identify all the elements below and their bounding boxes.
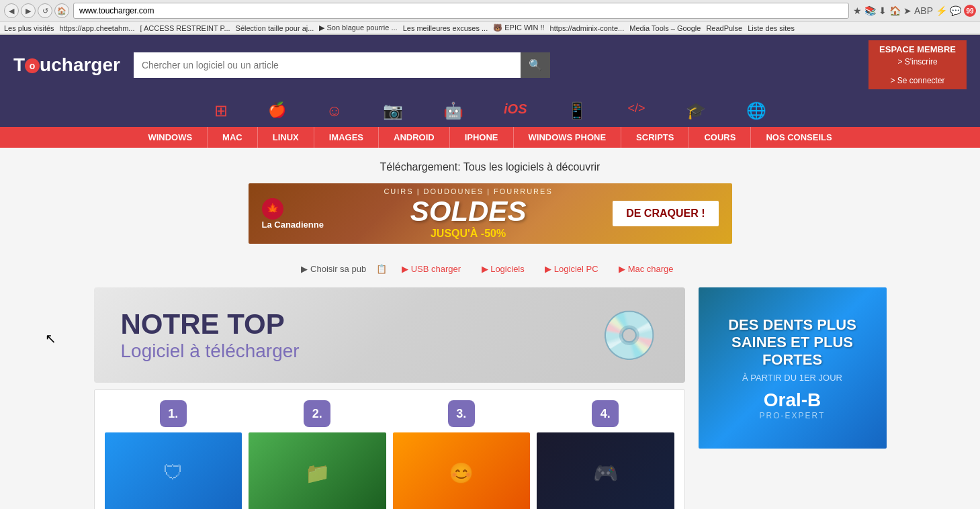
bookmarks-bar: Les plus visités https://app.cheetahm...… [0, 22, 980, 34]
extensions-icon[interactable]: ⚡ [936, 5, 947, 16]
bookmark-media-tools[interactable]: Media Tools – Google [629, 24, 701, 32]
bookmark-access-restreint[interactable]: [ ACCESS RESTREINT P... [140, 24, 230, 32]
search-input[interactable] [134, 52, 521, 78]
nav-icon-mac[interactable]: 🍎 [268, 101, 286, 120]
site-header: Toucharger 🔍 ESPACE MEMBRE > S'inscrire … [0, 35, 980, 95]
nav-images[interactable]: IMAGES [314, 127, 379, 148]
link-mac-charge[interactable]: ▶ Mac charge [619, 264, 674, 274]
share-icon[interactable]: ➤ [903, 5, 911, 16]
bookmark-liste-sites[interactable]: Liste des sites [748, 24, 795, 32]
bookmark-son-blague[interactable]: ▶ Son blague pourrie ... [319, 24, 397, 32]
links-bar: ▶ Choisir sa pub 📋 ▶ USB charger ▶ Logic… [94, 257, 887, 287]
software-item-2[interactable]: 2. 📁 [249, 400, 386, 509]
conseils-icon: 🌐 [746, 101, 766, 120]
nav-windows[interactable]: WINDOWS [133, 127, 208, 148]
hdd-graphic: 💿 [600, 308, 658, 363]
connecter-link[interactable]: > Se connecter [879, 76, 956, 85]
nav-icon-windows-phone[interactable]: 📱 [567, 101, 587, 120]
nav-icon-scripts[interactable]: </> [627, 101, 645, 120]
software-thumb-4: 🎮 [537, 432, 674, 509]
refresh-button[interactable]: ↺ [38, 3, 52, 18]
main-content: Téléchargement: Tous les logiciels à déc… [87, 148, 893, 509]
notre-top-title: NOTRE TOP [121, 308, 300, 340]
forward-button[interactable]: ▶ [21, 3, 36, 18]
nav-icon-android[interactable]: 🤖 [443, 101, 463, 120]
nav-iphone[interactable]: IPHONE [450, 127, 514, 148]
nav-icon-ios[interactable]: iOS [504, 101, 527, 120]
toolbar-icons: ★ 📚 ⬇ 🏠 ➤ ABP ⚡ 💬 99 [853, 5, 976, 17]
windows-phone-icon: 📱 [567, 101, 587, 120]
adblock-icon[interactable]: ABP [914, 5, 933, 16]
choisir-pub-label: ▶ Choisir sa pub [301, 264, 366, 274]
bookmark-star-icon[interactable]: ★ [853, 5, 862, 16]
software-grid: 1. 🛡 2. 📁 3. 😊 [94, 389, 685, 509]
oral-b-ad: DES DENTS PLUS SAINES ET PLUS FORTES À P… [712, 316, 873, 420]
bookmarks-icon[interactable]: 📚 [864, 5, 876, 16]
link-logiciel-pc[interactable]: ▶ Logiciel PC [545, 264, 598, 274]
ios-icon: iOS [504, 101, 527, 117]
scripts-icon: </> [627, 101, 645, 115]
link-usb-charger[interactable]: ▶ USB charger [402, 264, 461, 274]
software-item-1[interactable]: 1. 🛡 [105, 400, 242, 509]
ad-brand: La Canadienne [262, 220, 324, 230]
nav-buttons: ◀ ▶ ↺ 🏠 [4, 3, 69, 18]
search-bar: 🔍 [134, 52, 550, 78]
link-logiciels[interactable]: ▶ Logiciels [482, 264, 525, 274]
browser-toolbar: ◀ ▶ ↺ 🏠 ★ 📚 ⬇ 🏠 ➤ ABP ⚡ 💬 99 [0, 0, 980, 22]
text-nav: WINDOWS MAC LINUX IMAGES ANDROID IPHONE … [0, 127, 980, 148]
bookmark-meilleures-excuses[interactable]: Les meilleures excuses ... [403, 24, 488, 32]
nav-scripts[interactable]: SCRIPTS [621, 127, 689, 148]
linux-icon: ☺ [326, 101, 343, 120]
nav-icon-linux[interactable]: ☺ [326, 101, 343, 120]
nav-windows-phone[interactable]: WINDOWS PHONE [514, 127, 622, 148]
bookmark-les-plus-visites[interactable]: Les plus visités [4, 24, 54, 32]
bookmark-selection-taille[interactable]: Sélection taille pour aj... [236, 24, 314, 32]
software-thumb-3: 😊 [393, 432, 531, 509]
address-bar[interactable] [73, 3, 849, 19]
bookmark-readpulse[interactable]: ReadPulse [706, 24, 742, 32]
espace-membre-links: > S'inscrire > Se connecter [879, 57, 956, 85]
oral-b-subheadline: À PARTIR DU 1ER JOUR [712, 373, 873, 383]
ad-cta-button[interactable]: DE CRAQUER ! [613, 201, 718, 226]
nav-android[interactable]: ANDROID [379, 127, 450, 148]
nav-icon-cours[interactable]: 🎓 [686, 101, 706, 120]
ad-banner[interactable]: 🍁 La Canadienne CUIRS | DOUDOUNES | FOUR… [249, 183, 732, 244]
site-logo[interactable]: Toucharger [13, 54, 120, 76]
logiciel-telecharger: Logiciel à télécharger [121, 340, 300, 362]
nav-icon-windows[interactable]: ⊞ [214, 101, 228, 120]
home-button[interactable]: 🏠 [54, 3, 69, 18]
oral-b-headline: DES DENTS PLUS SAINES ET PLUS FORTES [712, 316, 873, 369]
nav-icon-images[interactable]: 📷 [383, 101, 403, 120]
sidebar-ad[interactable]: DES DENTS PLUS SAINES ET PLUS FORTES À P… [699, 287, 887, 449]
software-item-4[interactable]: 4. 🎮 [537, 400, 674, 509]
apple-icon: 🍎 [268, 101, 286, 119]
software-num-1: 1. [160, 400, 187, 427]
espace-membre-panel: ESPACE MEMBRE > S'inscrire > Se connecte… [868, 40, 967, 89]
bookmark-cheetahm[interactable]: https://app.cheetahm... [60, 24, 135, 32]
nav-mac[interactable]: MAC [208, 127, 258, 148]
software-num-2: 2. [304, 400, 330, 427]
notification-badge: 99 [964, 5, 976, 17]
top-banner: NOTRE TOP Logiciel à télécharger 💿 [94, 287, 685, 383]
right-sidebar: DES DENTS PLUS SAINES ET PLUS FORTES À P… [699, 287, 887, 509]
ad-soldes: SOLDES [384, 195, 552, 228]
software-item-3[interactable]: 3. 😊 [393, 400, 531, 509]
home-nav-icon[interactable]: 🏠 [889, 5, 901, 16]
nav-cours[interactable]: COURS [689, 127, 751, 148]
nav-linux[interactable]: LINUX [258, 127, 314, 148]
top-banner-text: NOTRE TOP Logiciel à télécharger [121, 308, 300, 362]
back-button[interactable]: ◀ [4, 3, 19, 18]
chat-icon[interactable]: 💬 [950, 5, 961, 16]
oral-b-brand: Oral-B [712, 389, 873, 411]
bookmark-epic-win[interactable]: 🐻 EPIC WIN !! [493, 24, 544, 32]
download-icon[interactable]: ⬇ [879, 5, 887, 16]
search-button[interactable]: 🔍 [521, 52, 550, 78]
nav-icon-conseils[interactable]: 🌐 [746, 101, 766, 120]
nav-nos-conseils[interactable]: NOS CONSEILS [751, 127, 846, 148]
windows-icon: ⊞ [214, 101, 228, 120]
mouse-cursor: ↖ [45, 330, 53, 342]
page-title: Téléchargement: Tous les logiciels à déc… [94, 148, 887, 183]
oral-b-product: PRO-EXPERT [712, 411, 873, 420]
inscrire-link[interactable]: > S'inscrire [879, 57, 956, 66]
bookmark-adminix[interactable]: https://adminix-conte... [550, 24, 625, 32]
